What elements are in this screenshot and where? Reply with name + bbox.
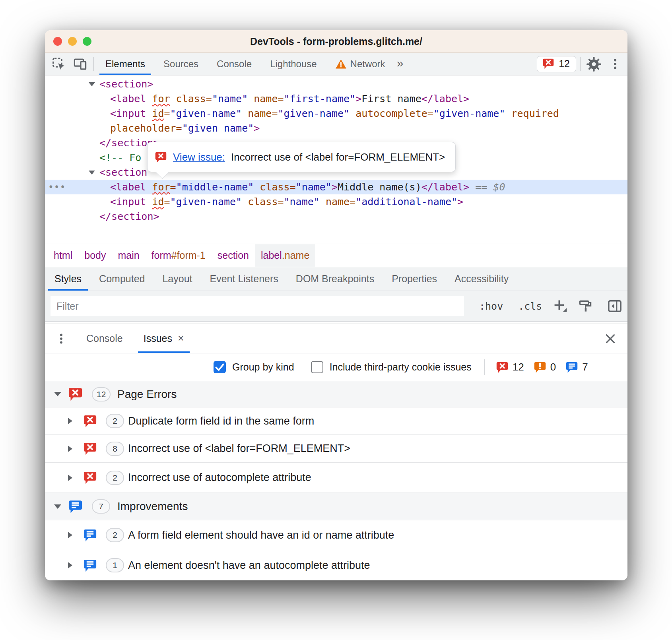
expand-arrow-icon[interactable] bbox=[68, 418, 72, 424]
element-classes-button[interactable]: .cls bbox=[518, 301, 542, 312]
expand-arrow-icon[interactable] bbox=[68, 532, 72, 538]
breadcrumb-section[interactable]: section bbox=[212, 244, 255, 267]
close-issues-tab-icon[interactable]: × bbox=[178, 332, 184, 345]
tab-dom-breakpoints[interactable]: DOM Breakpoints bbox=[287, 267, 383, 291]
issue-title: Duplicate form field id in the same form bbox=[128, 415, 314, 427]
breadcrumb-label.name[interactable]: label.name bbox=[255, 244, 315, 267]
tab-accessibility[interactable]: Accessibility bbox=[446, 267, 517, 291]
issues-count: 12 bbox=[559, 58, 570, 70]
dom-node-line-selected[interactable]: •••<label for="middle-name" class="name"… bbox=[45, 180, 627, 194]
error-counter: 12 bbox=[496, 361, 524, 373]
third-party-checkbox[interactable] bbox=[311, 361, 323, 373]
issue-row[interactable]: 2Incorrect use of autocomplete attribute bbox=[45, 462, 627, 493]
collapse-arrow-icon[interactable] bbox=[54, 392, 61, 396]
breadcrumb-main[interactable]: main bbox=[112, 244, 145, 267]
filter-input[interactable] bbox=[50, 296, 464, 316]
issue-category-row[interactable]: 12Page Errors bbox=[45, 381, 627, 407]
issues-list: 12Page Errors2Duplicate form field id in… bbox=[45, 381, 627, 580]
error-bubble-icon bbox=[83, 471, 97, 484]
breadcrumb-form#form-1[interactable]: form#form-1 bbox=[146, 244, 212, 267]
breadcrumb-body[interactable]: body bbox=[78, 244, 112, 267]
issue-title: A form field element should have an id o… bbox=[128, 529, 394, 541]
dom-node-line[interactable]: <section> bbox=[45, 77, 627, 91]
expand-arrow-icon[interactable] bbox=[68, 475, 72, 481]
dom-node-line[interactable]: <label for class="name" name="first-name… bbox=[45, 91, 627, 106]
issue-title: Improvements bbox=[117, 500, 188, 513]
tab-styles[interactable]: Styles bbox=[46, 267, 90, 291]
close-window-button[interactable] bbox=[53, 37, 62, 46]
error-bubble-icon bbox=[496, 361, 509, 373]
error-bubble-icon bbox=[542, 58, 554, 69]
issue-tooltip: View issue: Incorrect use of <label for=… bbox=[147, 142, 456, 172]
third-party-toggle[interactable]: Include third-party cookie issues bbox=[311, 361, 472, 373]
tab-layout[interactable]: Layout bbox=[153, 267, 201, 291]
panel-splitter[interactable] bbox=[45, 321, 627, 324]
issue-row[interactable]: 8Incorrect use of <label for=FORM_ELEMEN… bbox=[45, 434, 627, 462]
issue-category-row[interactable]: 7Improvements bbox=[45, 493, 627, 520]
dom-node-line[interactable]: </section> bbox=[45, 209, 627, 224]
improvement-bubble-icon bbox=[68, 500, 83, 514]
divider bbox=[580, 57, 581, 71]
expand-arrow-icon[interactable] bbox=[68, 446, 72, 452]
issue-row[interactable]: 2Duplicate form field id in the same for… bbox=[45, 407, 627, 434]
tab-lighthouse[interactable]: Lighthouse bbox=[261, 53, 326, 75]
rendering-emulation-icon[interactable] bbox=[579, 299, 592, 313]
drawer-menu-icon[interactable] bbox=[45, 333, 76, 345]
toggle-element-state-button[interactable]: :hov bbox=[479, 301, 503, 312]
group-by-kind-checkbox[interactable] bbox=[214, 361, 226, 373]
titlebar: DevTools - form-problems.glitch.me/ bbox=[45, 30, 627, 53]
view-issue-link[interactable]: View issue: bbox=[173, 151, 225, 163]
dom-node-line[interactable]: placeholder="given name"> bbox=[45, 121, 627, 136]
group-by-kind-label: Group by kind bbox=[232, 361, 294, 373]
node-actions-icon[interactable]: ••• bbox=[48, 180, 66, 194]
expand-arrow-icon[interactable] bbox=[89, 82, 95, 86]
dom-tree-panel: <section><label for class="name" name="f… bbox=[45, 76, 627, 244]
tab-computed[interactable]: Computed bbox=[90, 267, 153, 291]
new-style-rule-button[interactable] bbox=[553, 299, 567, 313]
styles-tabbar: StylesComputedLayoutEvent ListenersDOM B… bbox=[45, 267, 627, 291]
tab-network[interactable]: Network bbox=[326, 53, 394, 75]
device-toolbar-icon[interactable] bbox=[70, 53, 91, 75]
zoom-window-button[interactable] bbox=[83, 37, 91, 46]
more-tabs-button[interactable]: » bbox=[394, 56, 410, 72]
breadcrumb-html[interactable]: html bbox=[48, 244, 78, 267]
tab-console[interactable]: Console bbox=[208, 53, 261, 75]
issue-count-badge: 2 bbox=[106, 528, 124, 542]
expand-arrow-icon[interactable] bbox=[68, 562, 72, 568]
toggle-sidebar-icon[interactable] bbox=[608, 299, 622, 313]
issues-toolbar: Group by kind Include third-party cookie… bbox=[45, 353, 627, 381]
third-party-label: Include third-party cookie issues bbox=[330, 361, 472, 373]
more-options-icon[interactable] bbox=[604, 53, 626, 75]
tab-event-listeners[interactable]: Event Listeners bbox=[201, 267, 287, 291]
divider bbox=[93, 57, 94, 71]
issue-error-icon bbox=[155, 151, 167, 163]
devtools-window: DevTools - form-problems.glitch.me/ Elem… bbox=[45, 30, 627, 580]
improvement-bubble-icon bbox=[83, 529, 97, 542]
improvement-counter: 7 bbox=[565, 361, 588, 373]
improvement-bubble-icon bbox=[565, 361, 578, 373]
inspect-element-icon[interactable] bbox=[48, 53, 70, 75]
drawer-tab-issues[interactable]: Issues × bbox=[133, 324, 194, 353]
group-by-kind-toggle[interactable]: Group by kind bbox=[214, 361, 294, 373]
expand-arrow-icon[interactable] bbox=[89, 171, 95, 175]
close-drawer-icon[interactable] bbox=[604, 332, 617, 345]
collapse-arrow-icon[interactable] bbox=[54, 504, 61, 509]
minimize-window-button[interactable] bbox=[68, 37, 77, 46]
issue-tooltip-text: Incorrect use of <label for=FORM_ELEMENT… bbox=[231, 151, 445, 163]
tab-properties[interactable]: Properties bbox=[383, 267, 446, 291]
issue-row[interactable]: 1An element doesn't have an autocomplete… bbox=[45, 550, 627, 580]
issues-count-button[interactable]: 12 bbox=[537, 56, 576, 72]
breadcrumb: htmlbodymainform#form-1sectionlabel.name bbox=[45, 244, 627, 267]
tab-elements[interactable]: Elements bbox=[96, 53, 154, 75]
traffic-lights bbox=[53, 30, 91, 52]
issue-row[interactable]: 2A form field element should have an id … bbox=[45, 520, 627, 550]
window-title: DevTools - form-problems.glitch.me/ bbox=[250, 36, 422, 47]
settings-gear-icon[interactable] bbox=[583, 53, 604, 75]
issue-count-badge: 7 bbox=[92, 499, 110, 514]
tab-sources[interactable]: Sources bbox=[154, 53, 208, 75]
dom-node-line[interactable]: <input id="given-name" class="name" name… bbox=[45, 194, 627, 209]
improvement-bubble-icon bbox=[83, 559, 97, 572]
dom-node-line[interactable]: <input id="given-name" name="given-name"… bbox=[45, 106, 627, 121]
issue-count-badge: 12 bbox=[92, 387, 111, 401]
drawer-tab-console[interactable]: Console bbox=[76, 324, 133, 353]
